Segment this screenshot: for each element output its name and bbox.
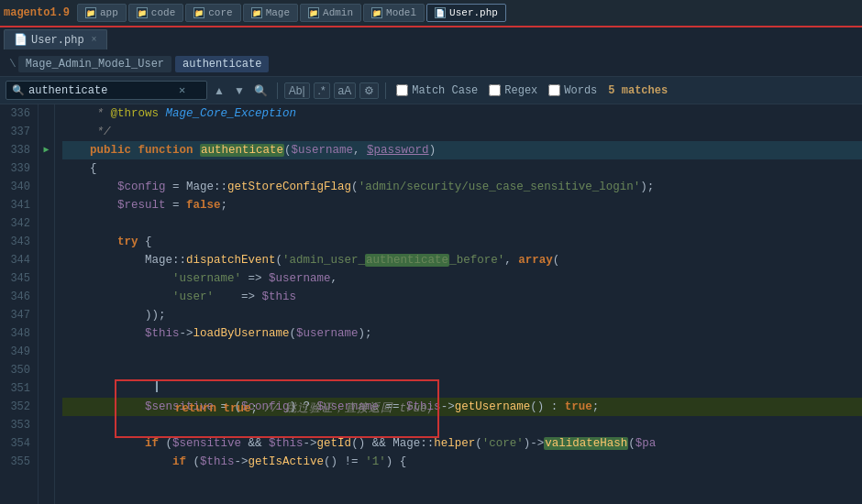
code-line-355: if ($this->getIsActive() != '1') { bbox=[62, 453, 862, 471]
gutter-348 bbox=[39, 324, 54, 343]
folder-icon: 📁 bbox=[85, 7, 96, 18]
code-line-347: )); bbox=[62, 306, 862, 324]
tab-userphp[interactable]: 📄 User.php bbox=[426, 4, 506, 22]
match-count-number: 5 matches bbox=[608, 84, 668, 97]
gutter-352 bbox=[39, 398, 54, 416]
tab-app[interactable]: 📁 app bbox=[77, 4, 127, 22]
gutter-338: ▶ bbox=[39, 141, 54, 159]
tab-app-label: app bbox=[100, 7, 118, 18]
file-icon: 📄 bbox=[435, 7, 446, 18]
search-find-button[interactable]: 🔍 bbox=[251, 82, 271, 99]
breadcrumb-sep: \ bbox=[9, 57, 17, 71]
search-settings-button[interactable]: ⚙ bbox=[359, 82, 379, 99]
code-line-341: $result = false; bbox=[62, 196, 862, 214]
gutter-350 bbox=[39, 361, 54, 379]
tab-code-label: code bbox=[151, 7, 175, 18]
tab-code[interactable]: 📁 code bbox=[128, 4, 183, 22]
code-line-346: 'user' => $this bbox=[62, 288, 862, 306]
breadcrumb-bar: \ Mage_Admin_Model_User authenticate bbox=[0, 51, 862, 77]
code-line-348: $this->loadByUsername($username); bbox=[62, 324, 862, 343]
regex-text: Regex bbox=[504, 84, 537, 97]
tab-admin-label: Admin bbox=[323, 7, 353, 18]
search-options: Match Case Regex Words bbox=[396, 84, 597, 97]
code-line-340: $config = Mage::getStoreConfigFlag('admi… bbox=[62, 178, 862, 196]
gutter-342 bbox=[39, 214, 54, 233]
file-tab-close[interactable]: × bbox=[92, 35, 97, 45]
breadcrumb-method[interactable]: authenticate bbox=[175, 56, 269, 72]
line-num-354: 354 bbox=[4, 434, 30, 453]
match-case-checkbox[interactable] bbox=[396, 84, 408, 96]
tab-mage[interactable]: 📁 Mage bbox=[243, 4, 298, 22]
file-tab-icon: 📄 bbox=[14, 33, 28, 47]
tab-model[interactable]: 📁 Model bbox=[363, 4, 425, 22]
tab-core[interactable]: 📁 core bbox=[185, 4, 240, 22]
line-num-352: 352 bbox=[4, 398, 30, 416]
folder-icon: 📁 bbox=[193, 7, 204, 18]
gutter-336 bbox=[39, 104, 54, 123]
gutter: ▶ bbox=[39, 104, 55, 504]
gutter-347 bbox=[39, 306, 54, 324]
gutter-344 bbox=[39, 251, 54, 269]
breadcrumb-class[interactable]: Mage_Admin_Model_User bbox=[18, 56, 171, 72]
file-tab-name: User.php bbox=[31, 34, 84, 47]
search-next-button[interactable]: ▼ bbox=[231, 82, 248, 99]
code-line-349 bbox=[62, 343, 862, 361]
code-line-339: { bbox=[62, 159, 862, 178]
gutter-351 bbox=[39, 379, 54, 398]
code-line-337: */ bbox=[62, 123, 862, 141]
file-tab-bar: 📄 User.php × bbox=[0, 27, 862, 51]
search-bar: 🔍 ✕ ▲ ▼ 🔍 Ab| .* aA ⚙ Match Case Regex W… bbox=[0, 77, 862, 104]
line-num-346: 346 bbox=[4, 288, 30, 306]
code-line-342 bbox=[62, 214, 862, 233]
line-num-342: 342 bbox=[4, 214, 30, 233]
match-case-label[interactable]: Match Case bbox=[396, 84, 478, 97]
regex-label[interactable]: Regex bbox=[489, 84, 537, 97]
folder-icon: 📁 bbox=[137, 7, 148, 18]
line-num-343: 343 bbox=[4, 233, 30, 251]
line-num-339: 339 bbox=[4, 159, 30, 178]
code-line-343: try { bbox=[62, 233, 862, 251]
words-text: Words bbox=[564, 84, 597, 97]
line-num-345: 345 bbox=[4, 269, 30, 288]
gutter-354 bbox=[39, 434, 54, 453]
gutter-343 bbox=[39, 233, 54, 251]
gutter-355 bbox=[39, 453, 54, 471]
tab-mage-label: Mage bbox=[266, 7, 290, 18]
line-numbers: 336 337 338 339 340 341 342 343 344 345 … bbox=[0, 104, 39, 504]
search-clear-icon[interactable]: ✕ bbox=[179, 83, 185, 97]
code-line-345: 'username' => $username, bbox=[62, 269, 862, 288]
gutter-346 bbox=[39, 288, 54, 306]
code-line-336: * @throws Mage_Core_Exception bbox=[62, 104, 862, 123]
code-content: * @throws Mage_Core_Exception */ public … bbox=[55, 104, 862, 504]
gutter-341 bbox=[39, 196, 54, 214]
line-num-341: 341 bbox=[4, 196, 30, 214]
search-regex-button[interactable]: .* bbox=[314, 82, 330, 99]
code-line-338: public function authenticate($username, … bbox=[62, 141, 862, 159]
line-num-347: 347 bbox=[4, 306, 30, 324]
file-tab[interactable]: 📄 User.php × bbox=[4, 29, 107, 49]
search-input-wrap[interactable]: 🔍 ✕ bbox=[6, 81, 207, 100]
gutter-345 bbox=[39, 269, 54, 288]
line-num-344: 344 bbox=[4, 251, 30, 269]
folder-icon: 📁 bbox=[251, 7, 262, 18]
search-input[interactable] bbox=[28, 84, 175, 97]
gutter-353 bbox=[39, 416, 54, 434]
search-match-word-button[interactable]: Ab| bbox=[284, 82, 310, 99]
line-num-340: 340 bbox=[4, 178, 30, 196]
line-num-351: 351 bbox=[4, 379, 30, 398]
tab-admin[interactable]: 📁 Admin bbox=[300, 4, 361, 22]
gutter-337 bbox=[39, 123, 54, 141]
line-num-353: 353 bbox=[4, 416, 30, 434]
tab-model-label: Model bbox=[386, 7, 416, 18]
words-label[interactable]: Words bbox=[548, 84, 597, 97]
line-num-350: 350 bbox=[4, 361, 30, 379]
regex-checkbox[interactable] bbox=[489, 84, 501, 96]
search-case-button[interactable]: aA bbox=[334, 82, 357, 99]
line-num-336: 336 bbox=[4, 104, 30, 123]
match-case-text: Match Case bbox=[412, 84, 478, 97]
folder-icon: 📁 bbox=[308, 7, 319, 18]
words-checkbox[interactable] bbox=[548, 84, 560, 96]
search-prev-button[interactable]: ▲ bbox=[211, 82, 227, 99]
gutter-340 bbox=[39, 178, 54, 196]
search-divider bbox=[277, 82, 278, 99]
